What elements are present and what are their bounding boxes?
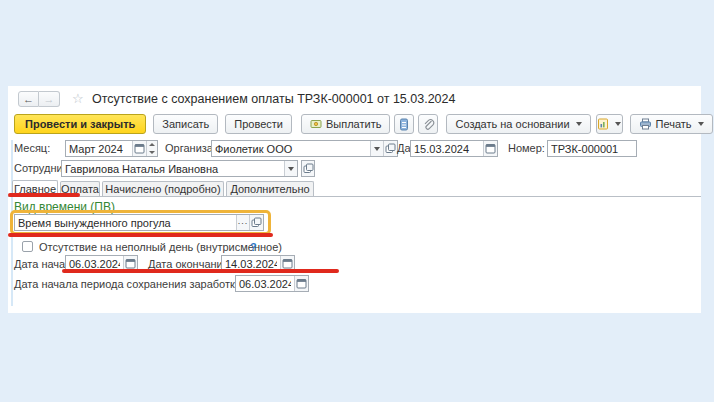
chevron-down-icon [576,122,582,126]
end-date-label: Дата окончания: [148,258,232,270]
post-button[interactable]: Провести [225,114,292,134]
end-date-input[interactable] [222,256,280,271]
annotation-underline-time-type [8,233,273,237]
partial-day-label: Отсутствие на неполный день (внутрисменн… [39,241,282,253]
attachments-paperclip-icon[interactable] [418,114,438,134]
tab-accrued-detail[interactable]: Начислено (подробно) [102,181,224,196]
page-title: Отсутствие с сохранением оплаты ТРЗК-000… [92,92,455,106]
open-link-icon[interactable] [301,160,315,177]
post-and-close-button[interactable]: Провести и закрыть [14,114,146,134]
save-period-start-field [235,275,309,292]
time-type-input[interactable] [15,215,236,230]
structure-icon[interactable] [394,114,414,134]
time-type-field: ... [14,214,264,231]
date-field [410,140,498,157]
nav-buttons: ← → [18,91,60,107]
printer-icon [639,118,652,130]
employee-field [61,160,298,177]
chevron-down-icon [615,122,621,126]
start-date-input[interactable] [66,256,123,271]
chevron-down-icon [698,122,704,126]
number-field [547,140,637,157]
time-type-group-header: Вид времени (ПВ) [14,200,115,214]
save-button[interactable]: Записать [153,114,218,134]
favorite-star-icon[interactable]: ☆ [72,91,84,106]
chevron-down-icon[interactable] [284,161,297,176]
pay-icon [310,118,322,130]
end-date-field [221,255,295,272]
form-left-guide [11,140,13,306]
number-input[interactable] [548,141,636,156]
open-link-icon[interactable] [249,215,263,230]
calendar-icon[interactable] [294,276,308,291]
create-based-on-label: Создать на основании [455,118,569,130]
month-label: Месяц: [14,142,50,154]
number-label: Номер: [508,142,545,154]
report-icon [597,118,609,130]
start-date-field [65,255,138,272]
choose-ellipsis-button[interactable]: ... [236,215,249,230]
tab-additional[interactable]: Дополнительно [226,181,314,196]
forward-icon[interactable]: → [39,91,60,107]
reports-button[interactable] [596,114,623,134]
employee-input[interactable] [62,161,284,176]
desktop: { "window": { "title": "Отсутствие с сох… [0,0,714,402]
calendar-icon[interactable] [123,256,137,271]
tabstrip-baseline [8,196,701,197]
month-field [65,140,158,157]
print-button-label: Печать [656,118,692,130]
save-period-start-input[interactable] [236,276,294,291]
month-stepper[interactable] [146,141,157,156]
help-link[interactable]: ? [250,241,257,253]
back-icon[interactable]: ← [18,91,39,107]
month-input[interactable] [66,141,132,156]
calendar-icon[interactable] [280,256,294,271]
chevron-down-icon[interactable] [370,141,383,156]
create-based-on-button[interactable]: Создать на основании [446,114,590,134]
tab-main[interactable]: Главное [12,180,58,197]
date-input[interactable] [411,141,483,156]
save-period-start-label: Дата начала периода сохранения заработка… [14,278,244,290]
print-button[interactable]: Печать [630,114,713,134]
organization-field [211,140,398,157]
toolbar: Провести и закрыть Записать Провести Вып… [14,114,713,134]
tab-payment[interactable]: Оплата [60,181,100,196]
document-window: ← → ☆ Отсутствие с сохранением оплаты ТР… [8,86,701,313]
open-link-icon[interactable] [383,141,397,156]
pay-button[interactable]: Выплатить [301,114,390,134]
calendar-icon[interactable] [483,141,497,156]
pay-button-label: Выплатить [326,118,381,130]
organization-input[interactable] [212,141,370,156]
calendar-icon[interactable] [132,141,146,156]
partial-day-checkbox[interactable] [22,241,33,252]
